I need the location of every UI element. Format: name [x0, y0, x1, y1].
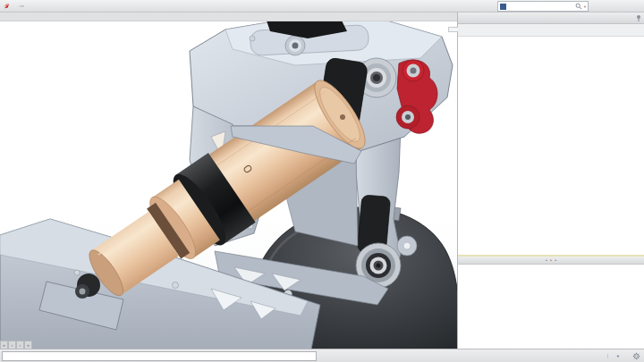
design-library-toolbar	[458, 24, 644, 37]
menu-pin-icon[interactable]: ⊸	[16, 3, 26, 10]
solidworks-window: ⊸ ▾	[0, 0, 644, 362]
search-category-icon[interactable]	[500, 4, 506, 10]
solidworks-logo-icon	[4, 3, 10, 9]
chevron-down-icon[interactable]: ▾	[584, 4, 586, 9]
design-library-header	[458, 12, 644, 24]
search-box[interactable]: ▾	[497, 1, 589, 12]
selection-path-field	[2, 351, 317, 361]
solidworks-logo	[0, 3, 16, 9]
search-icon[interactable]	[575, 3, 582, 10]
pane-splitter[interactable]	[458, 255, 644, 265]
commandmanager-tabs	[0, 12, 457, 21]
task-pane-tab-strip	[448, 27, 458, 32]
library-parts-grid	[458, 265, 644, 349]
status-bar: ▾	[0, 349, 644, 362]
graphics-viewport[interactable]: «‹›»	[0, 21, 457, 349]
chevron-down-icon: ▾	[617, 354, 619, 358]
pin-icon[interactable]	[635, 14, 642, 21]
units-dropdown[interactable]: ▾	[607, 354, 626, 358]
cad-model-prosthetic-assembly	[0, 21, 457, 349]
task-pane	[457, 12, 644, 349]
tags-icon[interactable]	[631, 351, 640, 360]
design-library-tree	[458, 37, 644, 255]
status-right-cluster: ▾	[573, 351, 644, 360]
title-bar: ⊸ ▾	[0, 0, 644, 13]
